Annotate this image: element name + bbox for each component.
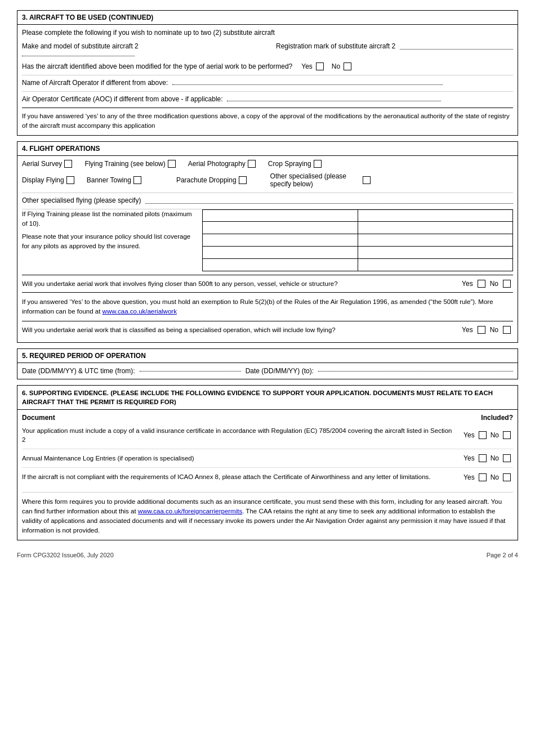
five-hundred-no-label: No [490,280,498,288]
section5-header: 5. REQUIRED PERIOD OF OPERATION [17,349,518,363]
section4: 4. FLIGHT OPERATIONS Aerial Survey Flyin… [17,141,518,343]
section6-header: 6. SUPPORTING EVIDENCE. (PLEASE INCLUDE … [17,386,518,410]
insurance-note: Please note that your insurance policy s… [22,232,197,252]
exemption-note: If you answered ‘Yes’ to the above quest… [22,298,493,315]
section6: 6. SUPPORTING EVIDENCE. (PLEASE INCLUDE … [17,385,518,540]
doc3-yesno: Yes No [463,473,513,481]
pilot-row-2 [202,222,513,234]
doc1-no-checkbox[interactable] [503,431,511,439]
specialised-yesno: Yes No [462,326,513,334]
doc1-yes-label: Yes [463,431,475,439]
doc1-text: Your application must include a copy of … [22,426,463,444]
date-to-label: Date (DD/MM/YY) (to): [246,367,314,375]
pilot-cell-3-1[interactable] [202,234,358,247]
reg-mark-label: Registration mark of substitute aircraft… [276,42,395,50]
banner-towing-item: Banner Towing [87,176,144,184]
doc2-yes-checkbox[interactable] [479,454,487,462]
modified-yes-group: Yes [301,62,326,70]
other-specify-dots [145,197,513,204]
pilot-cell-3-2[interactable] [358,234,514,247]
modified-yes-checkbox[interactable] [316,62,324,70]
pilots-right-table [202,209,513,271]
aoc-label: Air Operator Certificate (AOC) if differ… [22,95,223,103]
specialised-yes-label: Yes [462,326,473,334]
doc2-text: Annual Maintenance Log Entries (if opera… [22,454,463,463]
doc1-row: Your application must include a copy of … [22,426,513,449]
footer-left: Form CPG3202 Issue06, July 2020 [17,552,114,558]
display-flying-checkbox[interactable] [66,176,74,184]
specialised-no-label: No [490,326,498,334]
display-flying-item: Display Flying [22,176,77,184]
doc2-yes-label: Yes [463,454,475,462]
flying-training-checkbox[interactable] [168,160,176,168]
pilot-row-1 [202,209,513,222]
doc2-no-checkbox[interactable] [503,454,511,462]
doc3-yes-checkbox[interactable] [479,473,487,481]
specialised-row: Will you undertake aerial work that is c… [22,321,513,338]
crop-spraying-checkbox[interactable] [314,160,322,168]
five-hundred-inner: Will you undertake aerial work that invo… [22,280,513,288]
section3-intro: Please complete the following if you wis… [22,29,513,37]
five-hundred-yes-checkbox[interactable] [478,280,485,288]
flying-training-note: If Flying Training please list the nomin… [22,209,197,229]
operator-label: Name of Aircraft Operator if different f… [22,79,168,87]
section4-header: 4. FLIGHT OPERATIONS [17,142,518,156]
aerial-survey-label: Aerial Survey [22,160,62,168]
five-hundred-no-checkbox[interactable] [503,280,511,288]
substitute-aircraft-row: Make and model of substitute aircraft 2 … [22,42,513,58]
five-hundred-question: Will you undertake aerial work that invo… [22,280,462,287]
parachute-dropping-label: Parachute Dropping [176,176,237,184]
display-flying-label: Display Flying [22,176,64,184]
other-specify-row: Other specialised flying (please specify… [22,193,513,204]
pilot-cell-5-2[interactable] [358,259,514,271]
section3-header: 3. AIRCRAFT TO BE USED (CONTINUED) [17,11,518,25]
parachute-dropping-item: Parachute Dropping [176,176,249,184]
footer-link[interactable]: www.caa.co.uk/foreigncarrierpermits [138,508,242,515]
modified-no-checkbox[interactable] [344,62,351,70]
pilot-row-5 [202,259,513,271]
yes-label: Yes [301,62,313,70]
parachute-dropping-checkbox[interactable] [239,176,247,184]
doc1-no-label: No [491,431,499,439]
pilots-section: If Flying Training please list the nomin… [22,209,513,271]
pilots-left-text: If Flying Training please list the nomin… [22,209,202,271]
approval-note-row: If you have answered ‘yes’ to any of the… [22,108,513,131]
aerial-photography-item: Aerial Photography [188,160,258,168]
specialised-yes-checkbox[interactable] [478,326,485,334]
specialised-question: Will you undertake aerial work that is c… [22,326,462,333]
crop-spraying-item: Crop Spraying [268,160,324,168]
pilot-row-4 [202,247,513,259]
aerial-photography-checkbox[interactable] [248,160,256,168]
pilot-cell-1-2[interactable] [358,209,514,222]
reg-mark-dots [400,43,513,50]
approval-note: If you have answered ‘yes’ to any of the… [22,113,510,129]
section3: 3. AIRCRAFT TO BE USED (CONTINUED) Pleas… [17,10,518,136]
aerial-survey-item: Aerial Survey [22,160,74,168]
modified-no-group: No [332,62,354,70]
doc2-row: Annual Maintenance Log Entries (if opera… [22,454,513,468]
doc1-yes-checkbox[interactable] [479,431,487,439]
pilot-cell-2-1[interactable] [202,222,358,234]
section6-footer-note: Where this form requires you to provide … [22,492,513,536]
page-footer: Form CPG3202 Issue06, July 2020 Page 2 o… [17,552,518,558]
pilot-cell-4-2[interactable] [358,247,514,259]
pilot-cell-4-1[interactable] [202,247,358,259]
pilot-cell-1-1[interactable] [202,209,358,222]
banner-towing-checkbox[interactable] [133,176,141,184]
flying-training-item: Flying Training (see below) [84,160,177,168]
specialised-inner: Will you undertake aerial work that is c… [22,326,513,334]
flight-ops-row1: Aerial Survey Flying Training (see below… [22,160,513,168]
other-specialised-label: Other specialised (please specify below) [270,172,360,188]
flying-training-label: Flying Training (see below) [84,160,165,168]
exemption-link[interactable]: www.caa.co.uk/aerialwork [102,308,177,315]
specialised-no-checkbox[interactable] [503,326,511,334]
doc3-no-checkbox[interactable] [503,473,511,481]
operator-row: Name of Aircraft Operator if different f… [22,75,513,87]
dates-row: Date (DD/MM/YY) & UTC time (from): Date … [22,367,513,375]
date-from-label: Date (DD/MM/YY) & UTC time (from): [22,367,135,375]
other-specialised-checkbox[interactable] [363,176,371,184]
pilot-cell-5-1[interactable] [202,259,358,271]
other-specialised-item: Other specialised (please specify below) [270,172,373,188]
pilot-cell-2-2[interactable] [358,222,514,234]
aerial-survey-checkbox[interactable] [64,160,72,168]
